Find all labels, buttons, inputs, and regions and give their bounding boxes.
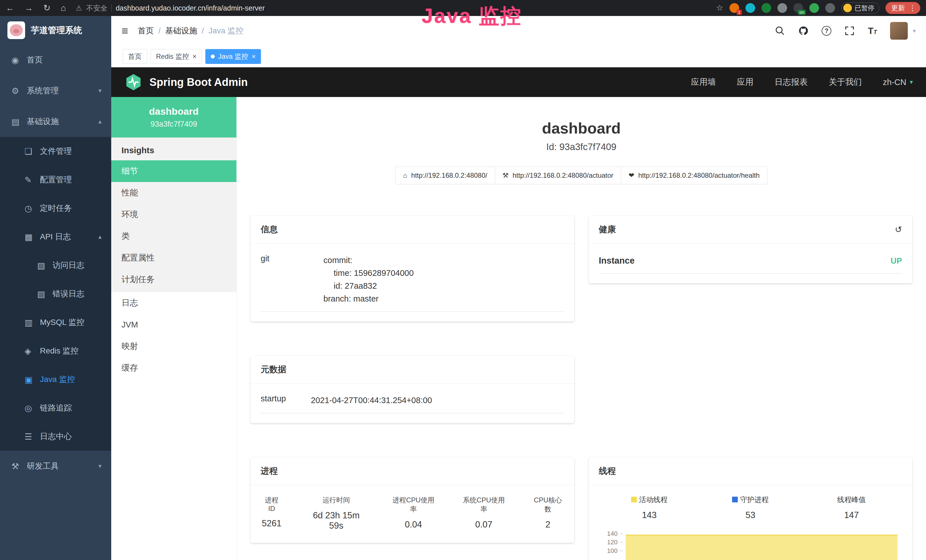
stat-system-cpu: 系统CPU使用率 0.07	[461, 495, 506, 531]
metadata-card-header: 元数据	[250, 356, 574, 384]
sidebar-item-error-logs[interactable]: ▨ 错误日志	[0, 280, 111, 308]
instance-header[interactable]: dashboard 93a3fc7f7409	[111, 97, 236, 138]
forward-icon[interactable]: →	[24, 4, 33, 12]
sidebar-item-system-management[interactable]: ⚙ 系统管理 ▾	[0, 75, 111, 106]
sba-item-config-props[interactable]: 配置属性	[111, 247, 236, 269]
health-url-label: http://192.168.0.2:48080/actuator/health	[638, 171, 760, 179]
breadcrumb-home[interactable]: 首页	[138, 26, 154, 36]
card-title: 线程	[599, 465, 616, 477]
sba-brand[interactable]: Spring Boot Admin	[124, 73, 248, 91]
chevron-down-icon: ▾	[910, 79, 913, 86]
sba-item-mappings[interactable]: 映射	[111, 336, 236, 357]
sba-item-details[interactable]: 细节	[111, 160, 236, 182]
redis-icon: ◈	[24, 346, 40, 356]
instance-heading: dashboard Id: 93a3fc7f7409	[237, 97, 926, 152]
paused-label: 已暂停	[855, 4, 875, 12]
sba-item-caches[interactable]: 缓存	[111, 357, 236, 379]
app-logo-row[interactable]: 芋道管理系统	[0, 16, 111, 44]
sidebar-item-file-management[interactable]: ❏ 文件管理	[0, 137, 111, 165]
close-icon[interactable]: ×	[251, 53, 256, 61]
sidebar-item-home[interactable]: ◉ 首页	[0, 44, 111, 75]
menu-label: 首页	[27, 54, 43, 65]
avatar-caret-icon[interactable]: ▾	[913, 27, 916, 34]
chevron-up-icon: ▴	[98, 118, 101, 125]
help-icon[interactable]: ?	[822, 26, 831, 36]
sidebar-item-config-management[interactable]: ✎ 配置管理	[0, 165, 111, 194]
sba-item-environment[interactable]: 环境	[111, 204, 236, 226]
extension-icon-5[interactable]: on	[793, 3, 803, 13]
breadcrumb-infrastructure[interactable]: 基础设施	[165, 26, 197, 36]
paused-extension-badge[interactable]: 已暂停	[841, 3, 879, 14]
health-card: 健康 ↺ Instance UP	[589, 216, 912, 283]
github-icon[interactable]	[798, 26, 808, 36]
menu-label: 定时任务	[40, 203, 72, 214]
back-icon[interactable]: ←	[6, 4, 14, 12]
insights-group: Insights 细节 性能 环境 类 配置属性 计划任务	[111, 138, 236, 292]
app-logo-icon	[8, 21, 25, 39]
sidebar-item-infrastructure[interactable]: ▤ 基础设施 ▴	[0, 106, 111, 137]
tab-redis-monitor[interactable]: Redis 监控 ×	[151, 49, 202, 64]
sidebar-item-api-logs[interactable]: ▦ API 日志 ▴	[0, 222, 111, 251]
extension-on-badge: on	[798, 10, 806, 15]
insights-group-label: Insights	[111, 138, 236, 160]
extension-icon-3[interactable]	[761, 3, 771, 13]
browser-actions: ☆ 1 on 已暂停 更新 ⋮	[716, 2, 920, 14]
extension-icon-7[interactable]	[825, 3, 835, 13]
instance-url-button[interactable]: ⌂ http://192.168.0.2:48080/	[395, 166, 495, 184]
address-bar[interactable]: ⚠ 不安全 dashboard.yudao.iocoder.cn/infra/a…	[76, 3, 265, 13]
sidebar-item-mysql-monitor[interactable]: ▥ MySQL 监控	[0, 308, 111, 337]
sidebar-item-log-center[interactable]: ☰ 日志中心	[0, 422, 111, 451]
extension-icon-6[interactable]	[809, 3, 819, 13]
browser-update-button[interactable]: 更新 ⋮	[885, 2, 920, 14]
sidebar-item-java-monitor[interactable]: ▣ Java 监控	[0, 365, 111, 394]
sidebar-item-redis-monitor[interactable]: ◈ Redis 监控	[0, 337, 111, 365]
bookmark-star-icon[interactable]: ☆	[716, 4, 723, 12]
browser-home-icon[interactable]: ⌂	[61, 4, 66, 12]
sba-item-classes[interactable]: 类	[111, 226, 236, 247]
instance-id: 93a3fc7f7409	[151, 120, 197, 129]
extension-icon-4[interactable]	[778, 3, 787, 13]
locale-selector[interactable]: zh-CN ▾	[883, 77, 913, 87]
url-text[interactable]: dashboard.yudao.iocoder.cn/infra/admin-s…	[116, 4, 265, 12]
fullscreen-icon[interactable]	[844, 26, 855, 36]
extension-icon-1[interactable]: 1	[729, 3, 739, 13]
security-label[interactable]: 不安全	[86, 3, 107, 13]
legend-active-threads: 活动线程 143	[599, 495, 700, 520]
sidebar-item-tracing[interactable]: ◎ 链路追踪	[0, 394, 111, 422]
browser-nav: ← → ↻ ⌂	[6, 4, 66, 12]
sba-item-logs[interactable]: 日志	[111, 292, 236, 314]
sba-nav-journal[interactable]: 日志报表	[775, 76, 808, 88]
sba-item-scheduled-tasks[interactable]: 计划任务	[111, 269, 236, 291]
close-icon[interactable]: ×	[192, 53, 197, 61]
metadata-card: 元数据 startup 2021-04-27T00:44:31.254+08:0…	[250, 356, 574, 423]
sidebar-item-scheduled-tasks[interactable]: ◷ 定时任务	[0, 194, 111, 222]
tab-label: Java 监控	[218, 52, 248, 61]
sba-nav-applications[interactable]: 应用	[737, 76, 754, 88]
sba-item-jvm[interactable]: JVM	[111, 314, 236, 336]
sidebar-toggle-icon[interactable]: ≡	[121, 24, 128, 37]
breadcrumb-separator: /	[202, 26, 204, 35]
history-icon[interactable]: ↺	[895, 224, 902, 235]
breadcrumb: 首页 / 基础设施 / Java 监控	[138, 26, 244, 36]
reload-icon[interactable]: ↻	[43, 4, 50, 12]
file-icon: ❏	[24, 146, 40, 156]
card-title: 信息	[261, 224, 278, 235]
sidebar-item-dev-tools[interactable]: ⚒ 研发工具 ▾	[0, 451, 111, 481]
health-url-button[interactable]: ❤ http://192.168.0.2:48080/actuator/heal…	[621, 166, 767, 184]
sba-item-metrics[interactable]: 性能	[111, 182, 236, 204]
browser-menu-icon[interactable]: ⋮	[909, 4, 916, 12]
extension-icon-2[interactable]	[746, 3, 755, 13]
health-icon: ❤	[629, 171, 634, 179]
sba-nav-about[interactable]: 关于我们	[829, 76, 862, 88]
font-size-icon[interactable]: TT	[868, 26, 877, 36]
sba-nav-wallboard[interactable]: 应用墙	[691, 76, 716, 88]
tab-home[interactable]: 首页	[123, 49, 147, 64]
avatar[interactable]	[890, 22, 908, 40]
tab-java-monitor[interactable]: Java 监控 ×	[205, 49, 261, 64]
menu-label: 基础设施	[27, 116, 59, 127]
sidebar-item-access-logs[interactable]: ▧ 访问日志	[0, 251, 111, 280]
search-icon[interactable]	[775, 26, 785, 36]
sba-nav: 应用墙 应用 日志报表 关于我们 zh-CN ▾	[691, 76, 913, 88]
actuator-url-button[interactable]: ⚒ http://192.168.0.2:48080/actuator	[495, 166, 621, 184]
health-instance-row[interactable]: Instance UP	[599, 246, 902, 274]
